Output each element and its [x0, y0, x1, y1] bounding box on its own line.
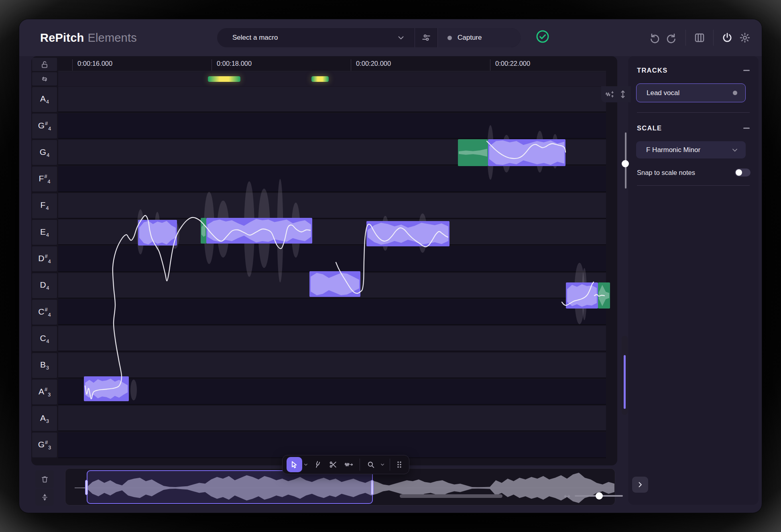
expand-panel-button[interactable] — [632, 477, 648, 493]
grid-row-A#3[interactable] — [58, 379, 606, 405]
undo-icon — [648, 32, 660, 44]
snap-toggle[interactable] — [735, 169, 750, 177]
scale-title: SCALE — [637, 124, 662, 132]
grid-row-G#3[interactable] — [58, 432, 606, 458]
track-name: Lead vocal — [647, 89, 733, 97]
grid-row-C4[interactable] — [58, 326, 606, 351]
timeline-label: 0:00:16.000 — [77, 60, 112, 67]
grid-row-A3[interactable] — [58, 406, 606, 431]
layout-columns-button[interactable] — [691, 29, 708, 47]
app-window: RePitch Elements Select a macro Capture — [19, 19, 762, 513]
horizontal-zoom-icon — [562, 492, 572, 501]
grid-row-D4[interactable] — [58, 273, 606, 298]
chevron-right-icon — [636, 481, 644, 489]
piano-key-F4[interactable]: F4 — [32, 193, 57, 218]
piano-key-B3[interactable]: B3 — [32, 353, 57, 378]
snap-label: Snap to scale notes — [637, 169, 695, 177]
power-button[interactable] — [718, 29, 736, 47]
undo-button[interactable] — [645, 29, 663, 47]
grid-row-B3[interactable] — [58, 353, 606, 378]
selection-handle-right[interactable] — [371, 480, 374, 495]
timeline-ruler[interactable]: 0:00:16.0000:00:18.0000:00:20.0000:00:22… — [58, 56, 606, 71]
trash-icon — [41, 475, 49, 483]
piano-key-G#3[interactable]: G#3 — [32, 433, 57, 457]
chevron-down-icon — [380, 462, 385, 467]
vertical-zoom-knob[interactable] — [622, 160, 629, 167]
piano-key-C#4[interactable]: C#4 — [32, 300, 57, 325]
piano-key-A3[interactable]: A3 — [32, 406, 57, 431]
zoom-tool-options[interactable] — [380, 462, 386, 467]
grid-row-F4[interactable] — [58, 193, 606, 219]
piano-key-F#4[interactable]: F#4 — [32, 167, 57, 191]
track-item-lead-vocal[interactable]: Lead vocal — [636, 83, 746, 102]
brand-bold: RePitch — [40, 31, 84, 45]
capture-button[interactable]: Capture — [438, 28, 521, 47]
collapse-scale-icon[interactable] — [743, 128, 750, 129]
grip-dots-icon — [396, 461, 403, 469]
grid-row-D#4[interactable] — [58, 246, 606, 272]
grid-row-G#4[interactable] — [58, 113, 606, 139]
piano-key-C4[interactable]: C4 — [32, 326, 57, 351]
toolbar-drag-handle[interactable] — [393, 457, 405, 472]
settings-button[interactable] — [736, 29, 754, 47]
piano-key-G4[interactable]: G4 — [32, 140, 57, 165]
piano-key-D#4[interactable]: D#4 — [32, 246, 57, 271]
macro-select[interactable]: Select a macro — [217, 28, 415, 47]
status-check-badge — [535, 29, 550, 44]
right-panel: TRACKS Lead vocal SCALE F Harmonic Minor… — [628, 56, 759, 505]
macro-settings-button[interactable] — [415, 28, 437, 47]
horizontal-zoom-knob[interactable] — [596, 492, 603, 500]
delete-button[interactable] — [35, 470, 54, 488]
lock-button[interactable] — [32, 58, 57, 71]
capture-segment — [208, 76, 240, 82]
grid-row-E4[interactable] — [58, 219, 606, 245]
scale-value: F Harmonic Minor — [646, 146, 730, 154]
capture-strip — [58, 72, 606, 86]
capture-segment — [311, 76, 329, 82]
grid-row-F#4[interactable] — [58, 166, 606, 192]
piano-key-A#3[interactable]: A#3 — [32, 380, 57, 404]
brand-light: Elements — [87, 31, 137, 45]
waveform-scale-icon[interactable] — [605, 89, 615, 99]
scale-select[interactable]: F Harmonic Minor — [636, 141, 746, 158]
grid-row-A4[interactable] — [58, 87, 606, 112]
grid-corner-chip — [601, 86, 631, 102]
loop-button[interactable] — [32, 72, 57, 85]
timeline-tick — [72, 59, 73, 71]
toolbar-divider — [360, 459, 360, 471]
loop-icon — [40, 75, 49, 83]
chevron-down-icon — [730, 146, 739, 154]
snap-to-scale-row: Snap to scale notes — [637, 169, 750, 177]
timeline-label: 0:00:18.000 — [217, 60, 252, 67]
waveform-arrow-icon — [344, 460, 354, 469]
scale-section-header: SCALE — [637, 124, 750, 132]
piano-key-A4[interactable]: A4 — [32, 87, 57, 112]
vertical-scrollbar[interactable] — [622, 336, 628, 415]
app-logo: RePitch Elements — [40, 19, 137, 56]
tracks-title: TRACKS — [637, 67, 668, 74]
grid-row-C#4[interactable] — [58, 299, 606, 325]
select-tool-button[interactable] — [287, 457, 302, 472]
split-button[interactable] — [35, 489, 54, 506]
collapse-tracks-icon[interactable] — [743, 70, 750, 71]
tuning-fork-icon — [313, 460, 322, 469]
zoom-tool-button[interactable] — [363, 457, 379, 472]
power-icon — [721, 32, 733, 44]
overview-selection[interactable] — [87, 470, 373, 504]
piano-key-E4[interactable]: E4 — [32, 220, 57, 245]
selection-handle-left[interactable] — [85, 480, 88, 495]
gear-icon — [739, 32, 751, 44]
piano-key-G#4[interactable]: G#4 — [32, 114, 57, 138]
select-tool-options[interactable] — [303, 462, 309, 467]
vertical-scrollbar-thumb[interactable] — [624, 355, 626, 409]
redo-icon — [666, 32, 678, 44]
piano-key-D4[interactable]: D4 — [32, 273, 57, 298]
pitch-tool-button[interactable] — [310, 457, 325, 472]
redo-button[interactable] — [663, 29, 681, 47]
wave-tool-button[interactable] — [341, 457, 356, 472]
cut-tool-button[interactable] — [325, 457, 341, 472]
grid-row-G4[interactable] — [58, 140, 606, 165]
horizontal-scrollbar[interactable] — [400, 494, 502, 498]
vertical-expand-icon[interactable] — [618, 89, 627, 99]
timeline-label: 0:00:22.000 — [495, 60, 530, 67]
